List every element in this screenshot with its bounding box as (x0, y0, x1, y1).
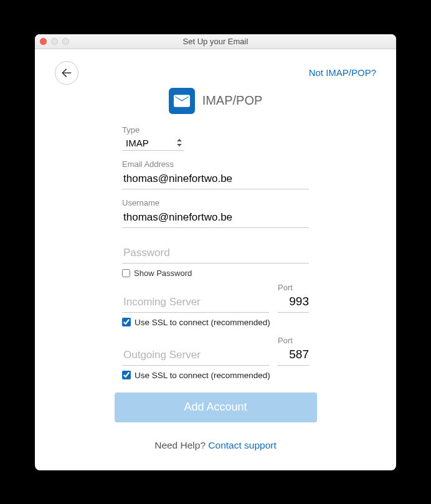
maximize-window-button[interactable] (62, 38, 69, 45)
contact-support-link[interactable]: Contact support (208, 440, 276, 450)
back-button[interactable] (55, 61, 78, 85)
username-label: Username (122, 198, 309, 207)
outgoing-server-field[interactable] (122, 346, 269, 366)
add-account-button[interactable]: Add Account (115, 392, 317, 422)
header: IMAP/POP (55, 88, 376, 114)
incoming-ssl-checkbox[interactable] (122, 318, 131, 326)
mail-icon (169, 88, 195, 114)
email-label: Email Address (122, 159, 309, 169)
password-field[interactable] (122, 244, 309, 264)
outgoing-ssl-row[interactable]: Use SSL to connect (recommended) (122, 371, 309, 380)
show-password-checkbox[interactable] (122, 269, 130, 277)
incoming-port-field[interactable] (278, 293, 309, 313)
arrow-left-icon (60, 67, 73, 79)
titlebar: Set Up your Email (35, 34, 396, 49)
incoming-port-label: Port (278, 283, 309, 292)
incoming-ssl-row[interactable]: Use SSL to connect (recommended) (122, 318, 309, 327)
incoming-server-row: Port (122, 283, 309, 313)
close-window-button[interactable] (40, 38, 47, 45)
type-label: Type (122, 125, 309, 135)
outgoing-port-field[interactable] (278, 346, 309, 366)
help-text: Need Help? (154, 440, 208, 450)
footer: Need Help? Contact support (55, 440, 376, 451)
page-title: IMAP/POP (202, 93, 263, 108)
email-field[interactable] (122, 170, 309, 189)
incoming-ssl-label: Use SSL to connect (recommended) (135, 318, 270, 327)
type-select-wrap: IMAP (122, 136, 184, 151)
window-controls (40, 38, 69, 45)
setup-email-window: Set Up your Email Not IMAP/POP? IMAP/POP… (35, 34, 396, 470)
outgoing-port-label: Port (278, 336, 309, 345)
incoming-server-field[interactable] (122, 293, 269, 313)
show-password-row[interactable]: Show Password (122, 269, 309, 278)
outgoing-ssl-checkbox[interactable] (122, 371, 131, 379)
not-imap-pop-link[interactable]: Not IMAP/POP? (309, 67, 376, 78)
outgoing-ssl-label: Use SSL to connect (recommended) (135, 371, 270, 380)
content-area: Not IMAP/POP? IMAP/POP Type IMAP Email A… (35, 49, 396, 470)
minimize-window-button[interactable] (51, 38, 58, 45)
form: Type IMAP Email Address Username Show Pa… (122, 125, 309, 389)
window-title: Set Up your Email (35, 37, 396, 46)
top-row: Not IMAP/POP? (55, 60, 376, 85)
type-select[interactable]: IMAP (122, 136, 184, 151)
username-field[interactable] (122, 209, 309, 228)
show-password-label: Show Password (134, 269, 192, 278)
outgoing-server-row: Port (122, 336, 309, 366)
